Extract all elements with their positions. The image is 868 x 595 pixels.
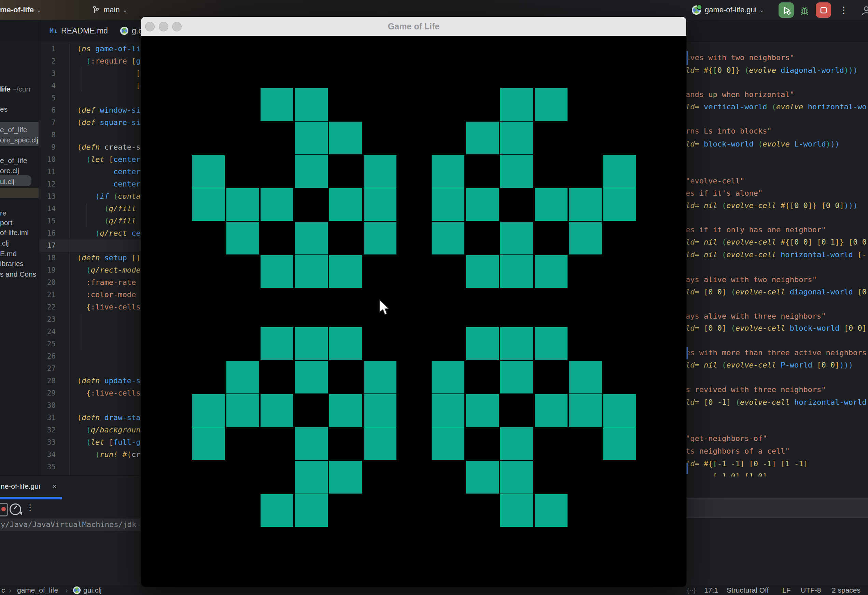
- tree-item[interactable]: es: [0, 104, 38, 114]
- line-number: 8: [39, 129, 56, 141]
- code-line: (q/rect-mode: [77, 264, 140, 276]
- live-cell: [535, 188, 567, 221]
- window-titlebar[interactable]: Game of Life: [141, 17, 686, 36]
- live-cell: [295, 361, 328, 393]
- code-line: ld= nil (evolve-cell #{[0 0] [0 1]} [0 0: [686, 236, 867, 248]
- tree-item[interactable]: ore.clj: [0, 166, 38, 176]
- close-icon[interactable]: ×: [52, 482, 56, 490]
- code-line: (q/rect ce: [77, 227, 140, 239]
- tree-item[interactable]: life ~/curr: [0, 84, 38, 94]
- tab-readme[interactable]: M↓ README.md: [50, 20, 108, 42]
- stop-icon: [819, 6, 828, 15]
- rerun-icon[interactable]: [0, 503, 8, 517]
- tree-item[interactable]: s and Cons: [0, 269, 38, 279]
- line-number: 35: [39, 461, 56, 473]
- live-cell: [603, 188, 636, 221]
- stop-button[interactable]: [816, 2, 831, 18]
- run-tab-label[interactable]: ne-of-life.gui: [1, 482, 40, 490]
- status-item[interactable]: 17:1: [704, 585, 718, 595]
- line-number: 21: [39, 289, 56, 301]
- code-line: [q: [77, 80, 145, 92]
- editor-left[interactable]: 1234567891011121314151617181920212223242…: [39, 42, 142, 475]
- status-item[interactable]: 2 spaces: [832, 585, 861, 595]
- live-cell: [329, 255, 362, 288]
- live-cell: [261, 394, 293, 427]
- tree-item[interactable]: .clj: [0, 238, 38, 248]
- ide-screen: me-of-life ⌄ main ⌄ game-of-life.gui ⌄: [0, 0, 868, 595]
- line-number: 31: [39, 412, 56, 424]
- more-options-button[interactable]: ⋮: [839, 0, 848, 20]
- tree-item[interactable]: re: [0, 208, 38, 218]
- status-item[interactable]: UTF-8: [801, 585, 821, 595]
- window-minimize-button[interactable]: [159, 22, 168, 31]
- play-icon: [781, 5, 791, 15]
- run-config-selector[interactable]: game-of-life.gui ⌄: [692, 0, 764, 20]
- line-number: 30: [39, 399, 56, 412]
- code-line: ld= [0 0] (evolve-cell block-world [0 0]: [686, 322, 867, 334]
- breadcrumb-file[interactable]: gui.clj: [83, 585, 102, 595]
- bug-icon: [799, 5, 810, 16]
- code-line: (def window-si: [77, 104, 140, 117]
- code-line: ts neighbors of a cell": [686, 445, 790, 457]
- window-close-button[interactable]: [145, 22, 155, 31]
- line-number: 26: [39, 350, 56, 362]
- live-cell: [295, 461, 328, 493]
- code-line: center: [77, 178, 140, 190]
- tree-item[interactable]: E.md: [0, 249, 38, 259]
- tree-item[interactable]: of-life.iml: [0, 227, 38, 238]
- tree-item[interactable]: e_of_life: [0, 155, 38, 166]
- live-cell: [295, 327, 328, 360]
- live-cell: [432, 221, 464, 254]
- profile-icon[interactable]: [861, 5, 868, 18]
- live-cell: [364, 221, 396, 254]
- code-line: ives with two neighbors": [686, 52, 794, 64]
- line-number: 20: [39, 276, 56, 289]
- line-number: 25: [39, 338, 56, 350]
- run-button[interactable]: [778, 2, 794, 18]
- breadcrumb[interactable]: c: [1, 585, 5, 595]
- gutter-divider: [69, 42, 70, 475]
- live-cell: [192, 188, 225, 221]
- code-line: ld= [0 0] (evolve-cell diagonal-world [0: [686, 286, 867, 298]
- live-cell: [192, 155, 225, 188]
- status-item[interactable]: LF: [782, 585, 791, 595]
- live-cell: [261, 327, 293, 360]
- code-line: {:live-cells: [77, 301, 140, 313]
- tab-gui[interactable]: g.c: [120, 20, 142, 42]
- live-cell: [329, 394, 362, 427]
- live-cell: [329, 327, 362, 360]
- structure-widget-icon[interactable]: {··}: [687, 585, 695, 595]
- chevron-down-icon: ⌄: [123, 6, 127, 14]
- tree-item[interactable]: ore_spec.clj: [0, 135, 38, 145]
- chevron-down-icon: ⌄: [759, 6, 764, 14]
- code-line: [-1 0] [1 0]: [686, 470, 767, 477]
- live-cell: [364, 427, 396, 460]
- line-number: 32: [39, 424, 56, 436]
- project-name: me-of-life: [0, 6, 34, 14]
- live-cell: [192, 427, 225, 460]
- live-cell: [261, 88, 293, 121]
- status-item[interactable]: Structural Off: [727, 585, 769, 595]
- live-cell: [500, 327, 533, 360]
- live-cell: [432, 394, 464, 427]
- branch-widget[interactable]: main ⌄: [92, 0, 127, 20]
- project-widget[interactable]: me-of-life ⌄: [0, 0, 41, 20]
- code-line: es if it only has one neighbor": [686, 224, 826, 236]
- live-cell: [535, 327, 567, 360]
- line-number: 10: [39, 154, 56, 166]
- panel-more-options-icon[interactable]: ⋮: [26, 503, 34, 512]
- project-tree[interactable]: life ~/currese_of_lifeore_spec.clje_of_l…: [0, 42, 38, 475]
- tree-item[interactable]: e_of_life: [0, 125, 38, 135]
- live-cell: [364, 361, 396, 393]
- tree-item[interactable]: port: [0, 218, 38, 228]
- window-zoom-button[interactable]: [172, 22, 182, 31]
- tree-item[interactable]: ibraries: [0, 258, 38, 269]
- live-cell: [192, 394, 225, 427]
- line-number: 27: [39, 362, 56, 375]
- code-line: (let [center: [77, 154, 140, 166]
- tree-item[interactable]: ui.clj: [0, 177, 38, 187]
- code-line: (q/fill: [77, 202, 140, 215]
- debug-button[interactable]: [799, 5, 810, 17]
- line-number: 18: [39, 252, 56, 264]
- breadcrumb[interactable]: game_of_life: [17, 585, 58, 595]
